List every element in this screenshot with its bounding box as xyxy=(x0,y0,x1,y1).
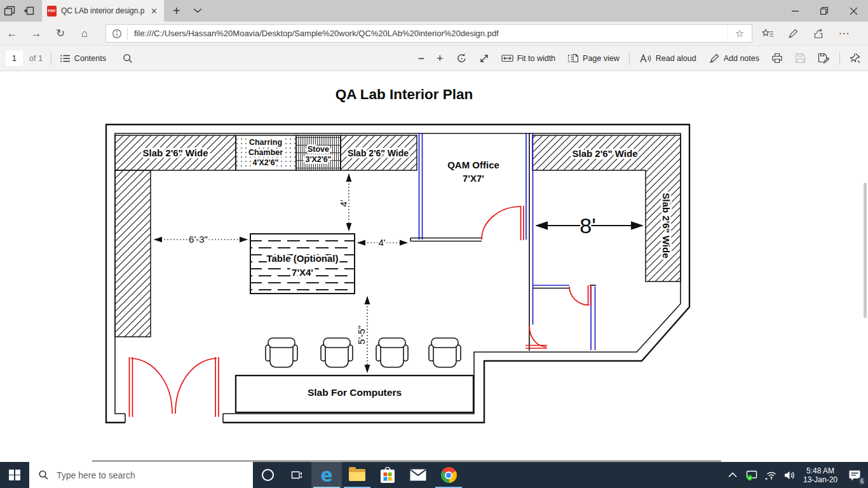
entrance-left-door-arc xyxy=(131,358,172,414)
search-input[interactable] xyxy=(55,470,217,481)
tab-close-icon[interactable]: ✕ xyxy=(149,6,159,16)
zoom-in-icon[interactable]: + xyxy=(437,53,444,64)
table-size: 7'X4' xyxy=(292,267,313,278)
dim-5-5: 5'-5" xyxy=(356,325,367,344)
fit-to-width-label: Fit to width xyxy=(517,54,555,63)
url-field[interactable]: file:///C:/Users/Hassan%20Moavia/Desktop… xyxy=(105,24,752,43)
entrance-left-door-leaf xyxy=(130,357,133,417)
new-tab-button[interactable]: + xyxy=(173,4,180,18)
print-icon[interactable] xyxy=(771,53,783,64)
start-button[interactable] xyxy=(0,462,29,488)
scrollbar-thumb[interactable] xyxy=(864,183,867,318)
washroom-walls xyxy=(532,285,596,350)
back-icon[interactable]: ← xyxy=(0,22,24,46)
office-door-leaf xyxy=(521,206,524,240)
read-aloud-button[interactable]: Read aloud xyxy=(639,53,696,64)
tab-title: QC LAb interior design.p xyxy=(61,6,145,15)
taskbar-app-edge[interactable]: e xyxy=(311,462,342,488)
read-aloud-label: Read aloud xyxy=(656,54,696,63)
refresh-icon[interactable]: ↻ xyxy=(48,22,72,46)
pdf-toolbar: 1 of 1 Contents − + xyxy=(0,46,868,71)
notification-badge: 6 xyxy=(857,477,867,486)
wifi-icon[interactable] xyxy=(761,462,780,488)
settings-ellipsis-icon[interactable]: ⋯ xyxy=(831,22,857,46)
chrome-icon xyxy=(441,467,457,483)
stove-label-2: 3'X2'6" xyxy=(305,155,331,164)
windows-taskbar: e xyxy=(0,462,868,488)
plan-title: QA Lab Interior Plan xyxy=(336,86,473,102)
chair xyxy=(376,338,408,367)
stove-label-1: Stove xyxy=(308,145,329,154)
page-view-button[interactable]: Page view xyxy=(567,53,620,64)
web-notes-pen-icon[interactable] xyxy=(780,22,806,46)
minimize-button[interactable] xyxy=(780,0,810,22)
store-icon xyxy=(379,466,396,484)
file-explorer-icon xyxy=(349,469,365,481)
restore-button[interactable] xyxy=(810,0,839,22)
toolbar-divider xyxy=(629,52,630,65)
add-notes-button[interactable]: Add notes xyxy=(709,53,759,64)
action-center-button[interactable]: 6 xyxy=(841,462,868,488)
tab-list-chevron-icon[interactable] xyxy=(193,8,202,13)
share-icon[interactable] xyxy=(806,22,831,46)
fit-to-width-button[interactable]: Fit to width xyxy=(501,53,555,64)
close-window-button[interactable] xyxy=(839,0,868,22)
contents-button[interactable]: Contents xyxy=(60,54,106,63)
cortana-button[interactable] xyxy=(253,462,282,488)
dim-4-vertical: 4' xyxy=(338,200,349,207)
dim-4-horizontal: 4' xyxy=(378,237,385,248)
edge-browser-window: PDF QC LAb interior design.p ✕ + ← → ↻ xyxy=(0,0,868,488)
table-label: Table (Optional) xyxy=(266,253,338,264)
window-controls xyxy=(780,0,868,22)
entrance-opening xyxy=(125,409,223,426)
page-number-input[interactable]: 1 xyxy=(6,50,23,66)
dim-8: 8' xyxy=(580,214,595,238)
home-icon[interactable]: ⌂ xyxy=(72,22,97,46)
clock-date: 13-Jan-20 xyxy=(799,475,841,484)
set-aside-tabs-icon[interactable] xyxy=(19,0,38,22)
entrance-right-door-leaf xyxy=(215,357,219,417)
corridor-door-arc xyxy=(529,326,546,347)
save-as-icon[interactable] xyxy=(818,53,830,64)
add-notes-label: Add notes xyxy=(724,54,759,63)
tray-chevron-icon[interactable] xyxy=(723,462,742,488)
forward-icon[interactable]: → xyxy=(24,22,48,46)
volume-icon[interactable] xyxy=(780,462,799,488)
clock-time: 5:48 AM xyxy=(799,466,841,475)
taskbar-app-mail[interactable] xyxy=(403,462,433,488)
hub-favorites-icon[interactable] xyxy=(755,22,780,46)
contents-label: Contents xyxy=(74,54,106,63)
taskbar-app-store[interactable] xyxy=(372,462,403,488)
charring-label-1: Charring xyxy=(249,138,282,147)
add-favorite-star-icon[interactable]: ☆ xyxy=(727,25,752,42)
optional-table xyxy=(250,234,355,294)
washroom-door-leaf xyxy=(588,285,591,306)
unpin-toolbar-icon[interactable] xyxy=(850,53,860,64)
rotate-icon[interactable] xyxy=(456,53,467,64)
browser-actions: ⋯ xyxy=(755,22,857,46)
site-info-icon[interactable] xyxy=(106,29,122,39)
slab-right-vertical-label: Slab 2'6" Wide xyxy=(661,193,672,258)
qam-office-size: 7'X7' xyxy=(463,173,484,184)
zoom-out-icon[interactable]: − xyxy=(418,53,425,64)
taskbar-app-file-explorer[interactable] xyxy=(342,462,372,488)
fullscreen-icon[interactable] xyxy=(479,53,489,64)
taskbar-search[interactable] xyxy=(29,462,253,488)
security-device-icon[interactable] xyxy=(742,462,761,488)
browser-tab[interactable]: PDF QC LAb interior design.p ✕ xyxy=(42,0,164,22)
pdf-view-controls: − + Fit to width xyxy=(418,52,868,65)
taskbar-clock[interactable]: 5:48 AM 13-Jan-20 xyxy=(799,466,841,484)
page-count-label: of 1 xyxy=(29,54,43,63)
task-view-button[interactable] xyxy=(282,462,311,488)
tab-preview-icon[interactable] xyxy=(0,0,19,22)
slab-top-right-label: Slab 2'6" Wide xyxy=(572,148,637,159)
taskbar-app-chrome[interactable] xyxy=(433,462,464,488)
mail-icon xyxy=(410,469,426,481)
search-icon xyxy=(38,470,49,480)
save-icon[interactable] xyxy=(795,53,806,64)
dim-6-3: 6'-3" xyxy=(189,234,208,245)
windows-logo-icon xyxy=(9,470,20,481)
page-view-label: Page view xyxy=(583,54,620,63)
pdf-page: QA Lab Interior Plan xyxy=(0,71,868,462)
find-icon[interactable] xyxy=(123,53,133,64)
